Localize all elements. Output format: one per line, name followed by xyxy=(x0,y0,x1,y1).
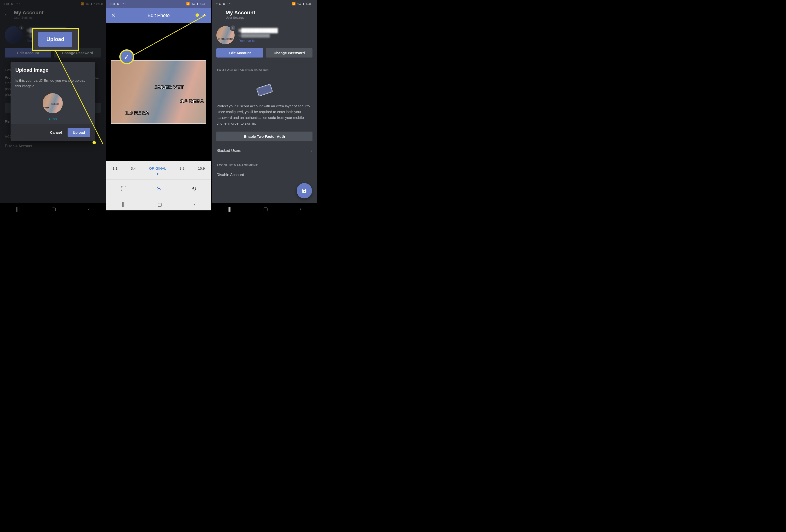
disable-account-item[interactable]: Disable Account xyxy=(212,170,317,177)
tfa-section-label: TWO-FACTOR AUTHENTICATION xyxy=(212,62,317,74)
username: b████████████ xyxy=(238,28,278,33)
upload-image-modal: Upload Image Is this your card? Err, do … xyxy=(10,62,95,141)
page-title: My Account xyxy=(226,9,255,16)
network-4g: 4G xyxy=(297,2,301,5)
recents-icon[interactable]: ||| xyxy=(228,206,231,212)
frame-icon[interactable]: ⛶ xyxy=(121,185,126,192)
crop-tool-bar: ⛶ ✂ ↻ xyxy=(106,179,212,198)
back-nav-icon[interactable]: ‹ xyxy=(300,206,301,212)
ratio-3-2[interactable]: 3:2 xyxy=(180,166,185,170)
home-icon[interactable]: ▢ xyxy=(263,206,268,212)
modal-title: Upload Image xyxy=(10,62,95,75)
settings-gear-icon: ⚙ xyxy=(117,2,120,6)
back-nav-icon[interactable]: ‹ xyxy=(194,202,195,207)
enable-tfa-button[interactable]: Enable Two-Factor Auth xyxy=(216,132,313,141)
account-management-label: ACCOUNT MANAGEMENT xyxy=(212,157,317,170)
battery-icon: ▯ xyxy=(207,2,208,5)
home-icon[interactable]: ▢ xyxy=(158,202,162,207)
network-4g: 4G xyxy=(191,2,195,5)
clock: 3:13 xyxy=(109,2,115,6)
phone-illustration xyxy=(212,74,317,103)
page-subtitle: User Settings xyxy=(226,16,255,19)
crop-link[interactable]: Crop xyxy=(49,117,57,121)
back-arrow-icon[interactable]: ← xyxy=(215,11,221,18)
recents-icon[interactable]: ||| xyxy=(122,202,125,207)
remove-icon-link[interactable]: Remove Icon xyxy=(238,39,278,43)
status-bar: 3:14 ⚙ ••• 📶 4G ▮ 41% ▯ xyxy=(212,0,317,8)
signal-icon: ▮ xyxy=(302,2,304,5)
cancel-button[interactable]: Cancel xyxy=(50,130,62,135)
chevron-right-icon: › xyxy=(311,148,313,153)
save-fab[interactable] xyxy=(297,183,312,199)
modal-body-text: Is this your card? Err, do you want to u… xyxy=(10,75,95,93)
rotate-icon[interactable]: ↻ xyxy=(192,185,196,192)
close-icon[interactable]: ✕ xyxy=(111,12,116,19)
check-annotation-circle: ✓ xyxy=(119,49,134,64)
crop-icon[interactable]: ✂ xyxy=(157,185,162,192)
upload-callout-highlight: Upload xyxy=(32,28,79,51)
signal-icon: ▮ xyxy=(196,2,198,5)
image-preview: JADED VET 0 REBA xyxy=(43,93,63,113)
crop-grid-overlay xyxy=(111,61,206,124)
battery-pct: 41% xyxy=(305,2,311,5)
annotation-dot-2 xyxy=(195,14,199,17)
ratio-original[interactable]: ORIGINAL xyxy=(149,166,166,170)
status-bar: 3:13 ⚙ ••• 📶 4G ▮ 41% ▯ xyxy=(106,0,212,8)
tfa-info-text: Protect your Discord account with an ext… xyxy=(212,103,317,132)
android-navbar: ||| ▢ ‹ xyxy=(106,198,212,210)
upload-badge-icon[interactable]: ⬆ xyxy=(230,25,236,31)
crop-image[interactable]: 1.0 REBA JADED VET 3.0 REBA xyxy=(111,61,206,124)
clock: 3:14 xyxy=(214,2,221,6)
wifi-icon: 📶 xyxy=(186,2,190,5)
screen-2-edit-photo: 3:13 ⚙ ••• 📶 4G ▮ 41% ▯ ✕ Edit Photo ✓ 1… xyxy=(106,0,212,215)
blocked-users-item[interactable]: Blocked Users › xyxy=(212,144,317,157)
ratio-3-4[interactable]: 3:4 xyxy=(131,166,136,170)
more-dots-icon: ••• xyxy=(121,2,126,6)
ratio-16-9[interactable]: 16:9 xyxy=(198,166,205,170)
battery-pct: 41% xyxy=(200,2,205,5)
screen-3-my-account: 3:14 ⚙ ••• 📶 4G ▮ 41% ▯ ← My Account Use… xyxy=(212,0,317,215)
edit-account-button[interactable]: Edit Account xyxy=(216,48,263,57)
screen-1-my-account-dimmed: 3:13 ⚙ ••• 📶 4G ▮ 41% ▯ ← My Account Use… xyxy=(0,0,106,215)
upload-callout-label: Upload xyxy=(38,32,73,47)
profile-row: 1.0 REBA 3.0 REBA ⬆ b████████████ m█████… xyxy=(212,22,317,45)
more-dots-icon: ••• xyxy=(227,2,232,6)
wifi-icon: 📶 xyxy=(292,2,296,5)
crop-canvas[interactable]: 1.0 REBA JADED VET 3.0 REBA xyxy=(106,23,212,161)
battery-icon: ▯ xyxy=(313,2,315,5)
android-navbar: ||| ▢ ‹ xyxy=(212,203,317,215)
aspect-ratio-bar: 1:1 3:4 ORIGINAL 3:2 16:9 xyxy=(106,161,212,179)
page-header: ← My Account User Settings xyxy=(212,8,317,22)
ratio-1-1[interactable]: 1:1 xyxy=(112,166,117,170)
email: m████████████ xyxy=(238,33,278,38)
settings-gear-icon: ⚙ xyxy=(223,2,226,6)
active-ratio-dot-icon xyxy=(157,173,158,175)
edit-photo-title: Edit Photo xyxy=(147,13,170,18)
upload-button[interactable]: Upload xyxy=(68,128,90,137)
change-password-button[interactable]: Change Password xyxy=(266,48,313,57)
annotation-dot xyxy=(92,141,96,144)
